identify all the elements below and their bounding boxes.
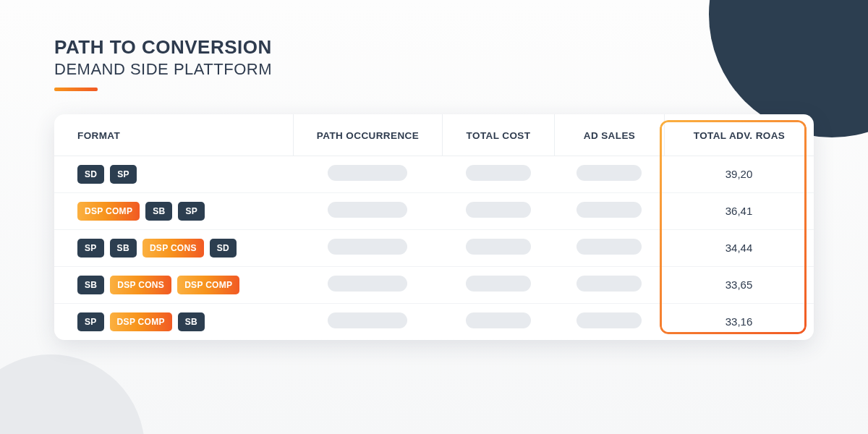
page-title: PATH TO CONVERSION (54, 36, 814, 59)
cell-sales (554, 229, 664, 266)
format-tag: SP (77, 312, 104, 331)
cell-occurrence (293, 266, 442, 303)
redacted-placeholder (576, 239, 642, 255)
cell-occurrence (293, 192, 442, 229)
cell-occurrence (293, 229, 442, 266)
format-tag: DSP COMP (177, 276, 239, 294)
redacted-placeholder (466, 312, 531, 328)
page-subtitle: DEMAND SIDE PLATTFORM (54, 60, 814, 79)
cell-format: SDSP (54, 156, 293, 192)
accent-bar (54, 88, 98, 91)
redacted-placeholder (328, 239, 407, 255)
cell-roas: 34,44 (664, 229, 814, 266)
format-tag: SD (210, 239, 237, 258)
format-tag: SP (77, 239, 104, 258)
cell-roas: 33,16 (664, 303, 814, 340)
tag-list: SPSBDSP CONSSD (77, 239, 286, 258)
cell-cost (442, 229, 554, 266)
format-tag: SP (110, 165, 137, 184)
redacted-placeholder (328, 202, 407, 218)
redacted-placeholder (466, 276, 531, 292)
roas-value: 33,16 (726, 315, 753, 328)
stage: PATH TO CONVERSION DEMAND SIDE PLATTFORM… (0, 0, 868, 434)
col-format: FORMAT (54, 114, 293, 156)
format-tag: SB (110, 239, 137, 258)
roas-value: 33,65 (726, 278, 753, 291)
col-roas: TOTAL ADV. ROAS (664, 114, 814, 156)
roas-value: 34,44 (726, 242, 753, 254)
cell-cost (442, 156, 554, 192)
redacted-placeholder (328, 165, 407, 181)
table-row: SPSBDSP CONSSD34,44 (54, 229, 814, 266)
cell-format: SBDSP CONSDSP COMP (54, 266, 293, 303)
tag-list: DSP COMPSBSP (77, 202, 286, 221)
cell-format: DSP COMPSBSP (54, 192, 293, 229)
tag-list: SDSP (77, 165, 286, 184)
redacted-placeholder (466, 239, 531, 255)
tag-list: SPDSP COMPSB (77, 312, 286, 331)
col-sales: AD SALES (554, 114, 664, 156)
cell-format: SPSBDSP CONSSD (54, 229, 293, 266)
format-tag: SD (77, 165, 104, 184)
format-tag: SB (77, 276, 104, 294)
tag-list: SBDSP CONSDSP COMP (77, 276, 286, 294)
redacted-placeholder (576, 312, 642, 328)
redacted-placeholder (466, 165, 531, 181)
redacted-placeholder (328, 312, 407, 328)
cell-roas: 39,20 (664, 156, 814, 192)
cell-cost (442, 303, 554, 340)
format-tag: DSP COMP (110, 312, 172, 331)
cell-sales (554, 192, 664, 229)
redacted-placeholder (466, 202, 531, 218)
roas-value: 39,20 (726, 168, 753, 180)
cell-format: SPDSP COMPSB (54, 303, 293, 340)
cell-sales (554, 303, 664, 340)
cell-roas: 36,41 (664, 192, 814, 229)
cell-sales (554, 266, 664, 303)
format-tag: DSP COMP (77, 202, 140, 221)
content: PATH TO CONVERSION DEMAND SIDE PLATTFORM… (0, 0, 868, 340)
cell-sales (554, 156, 664, 192)
col-cost: TOTAL COST (442, 114, 554, 156)
roas-value: 36,41 (726, 205, 753, 217)
table-row: DSP COMPSBSP36,41 (54, 192, 814, 229)
col-occurrence: PATH OCCURRENCE (293, 114, 442, 156)
redacted-placeholder (576, 202, 642, 218)
decor-circle-bl (0, 354, 145, 434)
cell-cost (442, 266, 554, 303)
format-tag: SB (178, 312, 205, 331)
table-body: SDSP39,20DSP COMPSBSP36,41SPSBDSP CONSSD… (54, 156, 814, 340)
format-tag: SP (178, 202, 205, 221)
cell-occurrence (293, 303, 442, 340)
conversion-table: FORMAT PATH OCCURRENCE TOTAL COST AD SAL… (54, 114, 814, 340)
format-tag: DSP CONS (110, 276, 171, 294)
cell-roas: 33,65 (664, 266, 814, 303)
format-tag: DSP CONS (142, 239, 204, 258)
table-row: SPDSP COMPSB33,16 (54, 303, 814, 340)
table-row: SDSP39,20 (54, 156, 814, 192)
format-tag: SB (145, 202, 172, 221)
table-card: FORMAT PATH OCCURRENCE TOTAL COST AD SAL… (54, 114, 814, 340)
redacted-placeholder (328, 276, 407, 292)
cell-occurrence (293, 156, 442, 192)
cell-cost (442, 192, 554, 229)
redacted-placeholder (576, 165, 642, 181)
table-row: SBDSP CONSDSP COMP33,65 (54, 266, 814, 303)
redacted-placeholder (576, 276, 642, 292)
table-header-row: FORMAT PATH OCCURRENCE TOTAL COST AD SAL… (54, 114, 814, 156)
